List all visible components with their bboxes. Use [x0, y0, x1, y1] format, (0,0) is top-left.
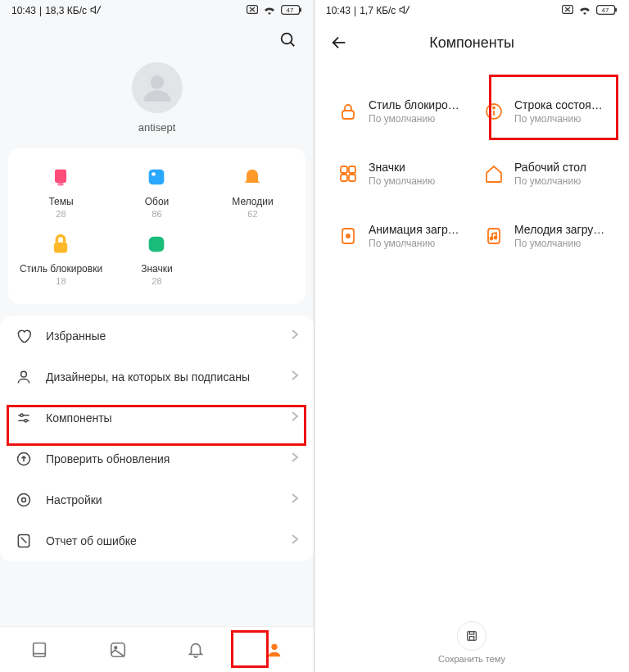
profile-block[interactable]: antisept: [0, 57, 314, 148]
grid-label: Мелодии: [232, 196, 273, 207]
wifi-icon: [578, 5, 591, 17]
svg-point-43: [346, 234, 350, 238]
status-net-speed: 1,7 КБ/с: [360, 5, 396, 16]
info-icon: [483, 101, 505, 122]
grid-label: Значки: [141, 263, 173, 275]
grid-label: Темы: [48, 196, 73, 207]
heart-icon: [15, 327, 33, 345]
grid-count: 28: [152, 276, 161, 286]
mute-icon: [399, 4, 410, 18]
username: antisept: [138, 121, 176, 134]
stats-card: Темы28Обои86Мелодии62Стиль блокировки18З…: [8, 148, 305, 304]
lock-icon: [337, 101, 359, 122]
chevron-right-icon: [291, 370, 299, 384]
mute-icon: [90, 4, 102, 18]
status-net-speed: 18,3 КБ/с: [45, 5, 87, 16]
svg-rect-31: [615, 7, 617, 11]
svg-point-17: [20, 414, 23, 416]
svg-rect-10: [149, 170, 165, 185]
nav-wallpaper[interactable]: [100, 632, 136, 668]
grid-item-icons[interactable]: Значки28: [109, 230, 205, 286]
svg-rect-12: [54, 243, 67, 253]
menu-label: Отчет об ошибке: [46, 534, 291, 547]
component-grid[interactable]: ЗначкиПо умолчанию: [326, 143, 472, 205]
grid-item-wallpaper[interactable]: Обои86: [109, 163, 205, 219]
grid-item-ringtone[interactable]: Мелодии62: [205, 163, 301, 219]
nav-themes[interactable]: [21, 632, 57, 668]
svg-line-0: [97, 6, 101, 13]
save-row: Сохранить тему: [314, 621, 629, 664]
component-subtitle: По умолчанию: [369, 238, 462, 249]
component-music[interactable]: Мелодия загрузкиПо умолчанию: [472, 205, 618, 267]
status-time: 10:43: [326, 5, 351, 16]
component-subtitle: По умолчанию: [369, 113, 462, 125]
grid-count: 28: [56, 209, 66, 219]
menu-item-update[interactable]: Проверить обновления: [0, 438, 314, 479]
wallpaper-icon: [143, 163, 170, 191]
component-title: Рабочий стол: [514, 161, 586, 174]
x-box-icon: [247, 5, 258, 16]
menu-item-sliders[interactable]: Компоненты: [0, 397, 314, 438]
grid-count: 18: [56, 276, 66, 286]
grid-label: Стиль блокировки: [20, 263, 102, 275]
component-title: Значки: [369, 161, 435, 174]
nav-profile[interactable]: [256, 632, 292, 668]
svg-rect-48: [469, 632, 473, 634]
music-icon: [483, 225, 505, 247]
component-boot[interactable]: Анимация загрузкиПо умолчанию: [326, 205, 472, 267]
svg-point-18: [25, 420, 27, 422]
page-header: Компоненты: [314, 21, 629, 64]
battery-icon: 47: [281, 5, 302, 17]
svg-line-28: [406, 6, 410, 13]
menu-item-person[interactable]: Дизайнеры, на которых вы подписаны: [0, 356, 314, 397]
screen-components: 10:43 | 1,7 КБ/с 47 Компоненты Стиль бло…: [314, 0, 629, 672]
svg-rect-8: [55, 170, 66, 183]
grid-item-lock[interactable]: Стиль блокировки18: [13, 230, 109, 286]
lock-icon: [47, 230, 75, 258]
svg-text:47: 47: [602, 7, 609, 14]
svg-rect-49: [469, 637, 473, 641]
x-box-icon: [562, 5, 573, 16]
svg-rect-38: [341, 166, 347, 173]
menu-item-report[interactable]: Отчет об ошибке: [0, 520, 314, 561]
back-button[interactable]: [326, 30, 352, 56]
svg-rect-34: [342, 111, 354, 119]
component-lock[interactable]: Стиль блокировкиПо умолчанию: [326, 80, 472, 143]
component-info[interactable]: Строка состоянияПо умолчанию: [472, 80, 618, 143]
grid-icon: [337, 163, 359, 184]
header: [0, 21, 314, 57]
chevron-right-icon: [291, 452, 299, 466]
save-theme-button[interactable]: [457, 621, 486, 651]
svg-point-5: [282, 34, 292, 44]
menu-label: Избранные: [46, 329, 291, 343]
nav-ringtones[interactable]: [178, 632, 214, 668]
svg-point-7: [150, 75, 164, 89]
sliders-icon: [15, 409, 33, 427]
status-bar: 10:43 | 18,3 КБ/с 47: [0, 0, 314, 21]
menu-item-heart[interactable]: Избранные: [0, 316, 314, 356]
status-bar: 10:43 | 1,7 КБ/с 47: [314, 0, 629, 21]
menu-list: ИзбранныеДизайнеры, на которых вы подпис…: [0, 316, 314, 561]
menu-label: Проверить обновления: [46, 452, 291, 465]
gear-icon: [15, 491, 33, 509]
chevron-right-icon: [291, 411, 299, 425]
svg-point-14: [21, 371, 27, 377]
avatar: [132, 62, 183, 113]
svg-rect-3: [300, 7, 301, 11]
component-home[interactable]: Рабочий столПо умолчанию: [472, 143, 618, 205]
svg-rect-39: [349, 166, 355, 173]
wifi-icon: [263, 5, 276, 17]
svg-point-20: [18, 494, 30, 506]
component-subtitle: По умолчанию: [514, 175, 586, 187]
person-icon: [15, 368, 33, 386]
component-title: Стиль блокировки: [369, 98, 462, 111]
grid-count: 86: [152, 209, 161, 219]
report-icon: [15, 532, 33, 550]
grid-item-themes[interactable]: Темы28: [13, 163, 109, 219]
search-button[interactable]: [276, 28, 299, 51]
menu-item-gear[interactable]: Настройки: [0, 479, 314, 520]
svg-rect-41: [349, 175, 355, 181]
save-label: Сохранить тему: [438, 654, 505, 664]
home-icon: [483, 163, 505, 184]
component-subtitle: По умолчанию: [514, 238, 608, 249]
